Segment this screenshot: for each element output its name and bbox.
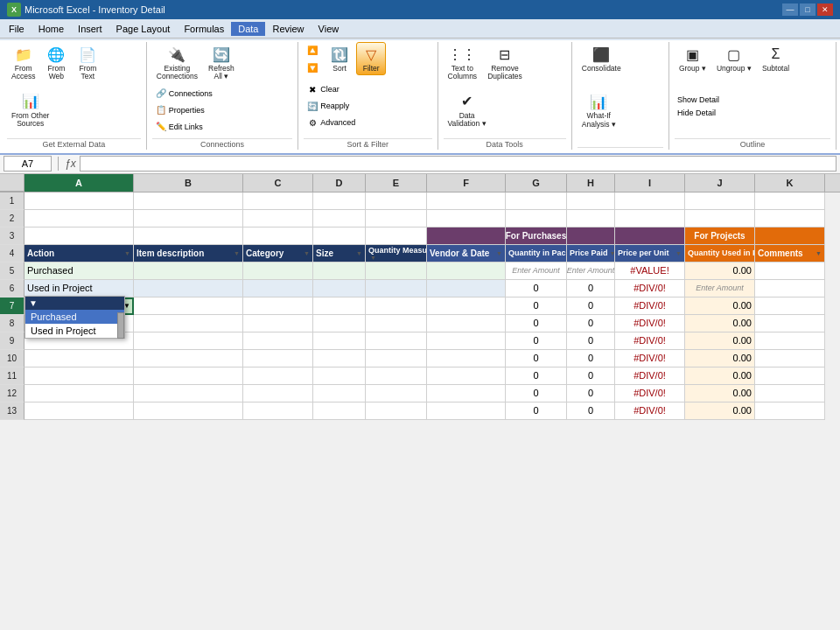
- maximize-button[interactable]: □: [800, 4, 816, 16]
- cell-d8[interactable]: [313, 315, 366, 332]
- cell-i5[interactable]: #VALUE!: [615, 262, 685, 280]
- cell-c1[interactable]: [243, 192, 313, 210]
- advanced-button[interactable]: ⚙ Advanced: [304, 115, 358, 130]
- cell-j2[interactable]: [685, 210, 755, 228]
- cell-k7[interactable]: [755, 298, 825, 315]
- cell-i12[interactable]: #DIV/0!: [615, 385, 685, 402]
- remove-duplicates-button[interactable]: ⊟ RemoveDuplicates: [483, 42, 527, 84]
- cell-h3[interactable]: [567, 228, 615, 245]
- cell-g5[interactable]: Enter Amount: [506, 262, 567, 280]
- properties-button[interactable]: 📋 Properties: [152, 102, 215, 118]
- cell-e8[interactable]: [366, 315, 427, 332]
- cell-d5[interactable]: [313, 262, 366, 280]
- menu-view[interactable]: View: [312, 22, 346, 36]
- cell-c7[interactable]: [243, 298, 313, 315]
- row-header-1[interactable]: 1: [0, 192, 24, 210]
- row-header-6[interactable]: 6: [0, 280, 24, 298]
- cell-k11[interactable]: [755, 368, 825, 385]
- action-filter-arrow[interactable]: ▼: [124, 250, 130, 256]
- cell-a13[interactable]: [24, 402, 134, 420]
- cell-h8[interactable]: 0: [567, 315, 615, 332]
- cell-e4-header[interactable]: Quantity Measured by? ▼: [366, 245, 427, 262]
- col-header-a[interactable]: A: [24, 174, 134, 192]
- cell-f1[interactable]: [427, 192, 506, 210]
- cell-h13[interactable]: 0: [567, 402, 615, 420]
- cell-j12[interactable]: 0.00: [685, 385, 755, 402]
- cell-g1[interactable]: [506, 192, 567, 210]
- cell-k8[interactable]: [755, 315, 825, 332]
- cell-f4-header[interactable]: Vendor & Date ▼: [427, 245, 506, 262]
- cell-g11[interactable]: 0: [506, 368, 567, 385]
- ungroup-button[interactable]: ▢ Ungroup ▾: [712, 42, 756, 75]
- sort-button[interactable]: 🔃 Sort: [325, 42, 354, 75]
- cell-b10[interactable]: [134, 350, 243, 368]
- row-header-8[interactable]: 8: [0, 315, 24, 332]
- cell-g10[interactable]: 0: [506, 350, 567, 368]
- size-filter-arrow[interactable]: ▼: [356, 250, 362, 256]
- cell-k1[interactable]: [755, 192, 825, 210]
- cell-b2[interactable]: Total Purchases: 0.00: [134, 210, 243, 228]
- cell-j8[interactable]: 0.00: [685, 315, 755, 332]
- col-header-g[interactable]: G: [506, 174, 567, 192]
- cell-e9[interactable]: [366, 332, 427, 350]
- cell-j11[interactable]: 0.00: [685, 368, 755, 385]
- what-if-button[interactable]: 📊 What-IfAnalysis ▾: [578, 89, 620, 131]
- cell-a11[interactable]: [24, 368, 134, 385]
- menu-review[interactable]: Review: [265, 22, 311, 36]
- cell-h4-header[interactable]: Price Paid ▼: [567, 245, 615, 262]
- hide-detail-button[interactable]: Hide Detail: [675, 107, 722, 119]
- cell-f8[interactable]: [427, 315, 506, 332]
- cell-b6[interactable]: [134, 280, 243, 298]
- cell-h1[interactable]: [567, 192, 615, 210]
- menu-formulas[interactable]: Formulas: [177, 22, 231, 36]
- cell-d2[interactable]: [313, 210, 366, 228]
- cell-e1[interactable]: [366, 192, 427, 210]
- cell-g9[interactable]: 0: [506, 332, 567, 350]
- cell-a6[interactable]: Used in Project: [24, 280, 134, 298]
- cell-e11[interactable]: [366, 368, 427, 385]
- cell-e7[interactable]: [366, 298, 427, 315]
- cell-c11[interactable]: [243, 368, 313, 385]
- cell-b11[interactable]: [134, 368, 243, 385]
- text-to-columns-button[interactable]: ⋮⋮ Text toColumns: [444, 42, 482, 84]
- cell-c2[interactable]: [243, 210, 313, 228]
- cell-a12[interactable]: [24, 385, 134, 402]
- cell-h7[interactable]: 0: [567, 298, 615, 315]
- cell-g8[interactable]: 0: [506, 315, 567, 332]
- cell-k2[interactable]: [755, 210, 825, 228]
- cell-i7[interactable]: #DIV/0!: [615, 298, 685, 315]
- filter-button[interactable]: ▽ Filter: [356, 42, 386, 75]
- cell-e6[interactable]: [366, 280, 427, 298]
- row-header-5[interactable]: 5: [0, 262, 24, 280]
- col-header-h[interactable]: H: [567, 174, 615, 192]
- cell-k13[interactable]: [755, 402, 825, 420]
- cell-k12[interactable]: [755, 385, 825, 402]
- cell-h2[interactable]: [567, 210, 615, 228]
- row-header-2[interactable]: 2: [0, 210, 24, 228]
- cell-i1[interactable]: [615, 192, 685, 210]
- dropdown-item-used-in-project[interactable]: Used in Project: [25, 324, 124, 338]
- subtotal-button[interactable]: Σ Subtotal: [758, 42, 794, 75]
- cell-reference-input[interactable]: [4, 156, 52, 172]
- row-header-13[interactable]: 13: [0, 402, 24, 420]
- cell-h12[interactable]: 0: [567, 385, 615, 402]
- data-validation-button[interactable]: ✔ DataValidation ▾: [444, 89, 491, 131]
- action-dropdown[interactable]: ▼ Purchased Used in Project: [24, 296, 125, 339]
- cell-j6[interactable]: Enter Amount: [685, 280, 755, 298]
- cell-c10[interactable]: [243, 350, 313, 368]
- from-web-button[interactable]: 🌐 FromWeb: [41, 42, 71, 84]
- show-detail-button[interactable]: Show Detail: [675, 94, 722, 106]
- cell-a10[interactable]: [24, 350, 134, 368]
- cell-c8[interactable]: [243, 315, 313, 332]
- refresh-all-button[interactable]: 🔄 RefreshAll ▾: [204, 42, 239, 84]
- connections-button[interactable]: 🔗 Connections: [152, 86, 215, 102]
- cell-a3[interactable]: [24, 228, 134, 245]
- cell-d13[interactable]: [313, 402, 366, 420]
- row-header-4[interactable]: 4: [0, 245, 24, 262]
- category-filter-arrow[interactable]: ▼: [304, 250, 310, 256]
- cell-f6[interactable]: [427, 280, 506, 298]
- dropdown-scroll-thumb[interactable]: [117, 312, 124, 339]
- cell-k6[interactable]: [755, 280, 825, 298]
- cell-k5[interactable]: [755, 262, 825, 280]
- existing-connections-button[interactable]: 🔌 ExistingConnections: [152, 42, 202, 84]
